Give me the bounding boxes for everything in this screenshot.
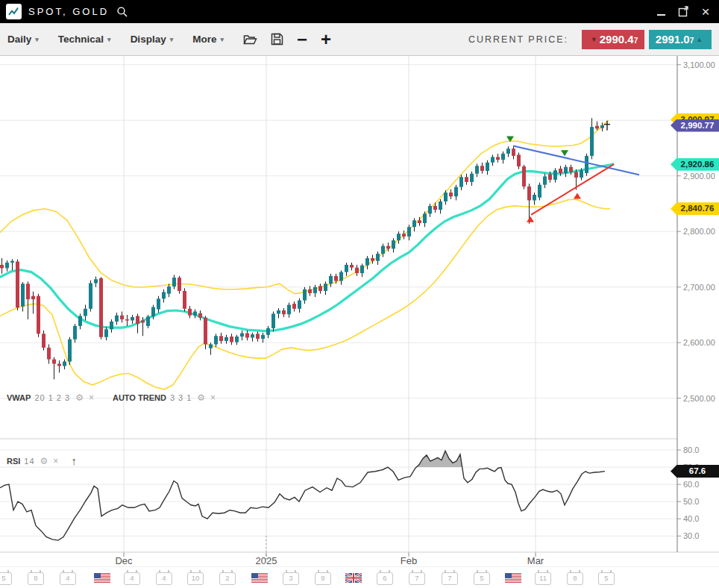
candle <box>141 320 145 322</box>
arrow-up-icon: ▲ <box>696 36 703 43</box>
candle <box>172 278 176 287</box>
candle <box>37 296 40 334</box>
close-icon[interactable]: × <box>210 392 216 403</box>
event-calendar-icon[interactable]: 4 <box>154 569 174 587</box>
event-calendar-icon[interactable]: 8 <box>26 569 45 587</box>
candle <box>527 187 531 201</box>
month-label: 2025 <box>256 555 277 566</box>
title-bar: SPOT, GOLD × <box>0 0 719 23</box>
month-label: Feb <box>401 555 417 566</box>
more-menu[interactable]: More▾ <box>192 34 224 45</box>
event-calendar-icon[interactable]: 10 <box>186 569 205 587</box>
candle <box>480 166 484 171</box>
candle <box>423 213 427 223</box>
event-calendar-icon[interactable]: 5 <box>0 569 13 587</box>
candle <box>271 313 275 328</box>
rsi-tick-label: 40.0 <box>683 514 699 523</box>
event-flag-us[interactable] <box>250 569 269 587</box>
candles-layer <box>0 118 604 379</box>
event-calendar-icon[interactable]: 11 <box>533 569 553 587</box>
candle <box>5 263 9 268</box>
candle <box>433 206 437 210</box>
candle <box>334 276 338 281</box>
move-pane-up-icon[interactable]: ↑ <box>71 454 77 467</box>
close-icon[interactable]: × <box>53 456 58 466</box>
display-menu[interactable]: Display▾ <box>131 34 174 45</box>
candle <box>491 157 494 162</box>
candle <box>57 364 61 366</box>
event-calendar-icon[interactable]: 7 <box>407 569 427 587</box>
month-label: Mar <box>527 555 544 566</box>
candle <box>428 206 432 213</box>
candle <box>209 344 213 348</box>
rsi-tick-label: 80.0 <box>683 445 699 454</box>
candle <box>10 261 14 263</box>
candle <box>329 276 333 284</box>
price-tick-label: 2,900.00 <box>683 172 715 181</box>
candle <box>84 309 87 316</box>
event-calendar-icon[interactable]: 4 <box>58 569 78 587</box>
event-calendar-icon[interactable]: 2 <box>218 569 237 587</box>
zoom-in-button[interactable]: + <box>321 32 331 47</box>
event-calendar-icon[interactable]: 4 <box>122 569 142 587</box>
candle <box>78 316 82 325</box>
gear-icon[interactable]: ⚙ <box>40 456 48 466</box>
candle <box>136 316 139 323</box>
event-calendar-icon[interactable]: 8 <box>565 569 585 587</box>
candle <box>282 310 286 314</box>
candle <box>392 240 395 248</box>
minimize-button[interactable] <box>655 6 667 18</box>
event-calendar-icon[interactable]: 5 <box>472 569 492 587</box>
candle <box>475 166 479 173</box>
candle <box>553 170 557 180</box>
candle <box>287 305 291 315</box>
timeframe-menu[interactable]: Daily▾ <box>7 34 39 45</box>
event-calendar-icon[interactable]: 5 <box>597 569 616 587</box>
candle <box>219 336 223 341</box>
candle <box>543 176 547 184</box>
close-icon[interactable]: × <box>89 392 94 403</box>
candle <box>89 283 92 308</box>
candle <box>261 335 265 339</box>
candle <box>31 296 35 299</box>
rsi-indicator-label: RSI <box>7 457 20 466</box>
candle <box>470 174 474 182</box>
event-calendar-icon[interactable]: 7 <box>440 569 459 587</box>
price-marker-badge: 2,840.76 <box>671 202 719 215</box>
candle <box>365 258 369 266</box>
event-flag-us[interactable] <box>92 569 112 587</box>
event-calendar-icon[interactable]: 9 <box>313 569 333 587</box>
open-folder-icon[interactable] <box>243 34 257 46</box>
candle <box>585 156 588 173</box>
candle <box>439 201 442 210</box>
candle <box>371 258 374 261</box>
arrow-down-icon: ▼ <box>591 36 597 43</box>
candle <box>198 313 202 318</box>
price-marker-badge: 2,990.77 <box>671 119 719 132</box>
event-calendar-icon[interactable]: 6 <box>375 569 395 587</box>
month-label: Dec <box>115 555 132 566</box>
gear-icon[interactable]: ⚙ <box>197 392 205 403</box>
gear-icon[interactable]: ⚙ <box>75 392 84 403</box>
candle <box>266 328 270 335</box>
us-flag-icon <box>94 573 110 583</box>
candle <box>47 348 51 360</box>
popout-button[interactable] <box>677 6 689 18</box>
rsi-tick-label: 60.0 <box>683 480 699 489</box>
search-icon[interactable] <box>116 6 128 18</box>
zoom-out-button[interactable]: − <box>297 32 307 47</box>
candle <box>496 157 500 160</box>
price-chart[interactable]: 3,100.003,000.002,900.002,800.002,700.00… <box>0 56 719 567</box>
event-flag-uk[interactable] <box>344 569 363 587</box>
economic-calendar-strip: 584 44102 39 6775 1185 <box>0 567 719 588</box>
technical-menu[interactable]: Technical▾ <box>58 34 111 45</box>
candle <box>444 193 448 201</box>
close-icon[interactable]: × <box>700 6 712 18</box>
candle <box>418 220 421 223</box>
save-icon[interactable] <box>271 33 283 46</box>
candle <box>131 317 134 320</box>
event-calendar-icon[interactable]: 3 <box>281 569 301 587</box>
event-flag-us[interactable] <box>503 569 523 587</box>
chevron-down-icon: ▾ <box>35 36 39 43</box>
candle <box>522 166 526 187</box>
